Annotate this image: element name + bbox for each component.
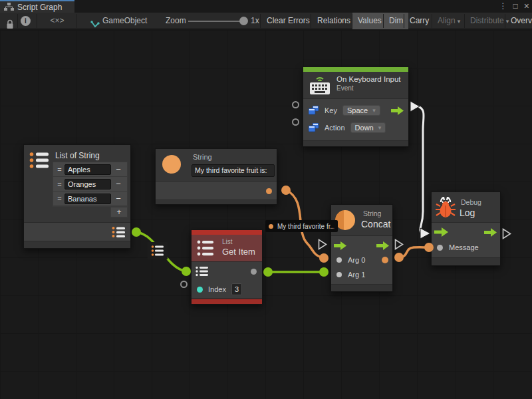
list-icon <box>197 239 214 257</box>
unconnected-port-action[interactable] <box>292 118 299 126</box>
zoom-slider-track[interactable] <box>188 21 245 22</box>
list-output-port[interactable] <box>112 226 125 238</box>
toolbar: i <×> GameObject Zoom 1x Clear Errors Re… <box>0 13 532 29</box>
chevron-down-icon: ▾ <box>458 18 461 25</box>
string-value-dot <box>269 224 273 229</box>
code-icon[interactable]: <×> <box>40 13 74 29</box>
node-title: List of String <box>55 151 100 160</box>
node-list-of-string[interactable]: List of String = Apples − = Oranges − = … <box>23 144 131 249</box>
zoom-label: Zoom <box>166 13 186 29</box>
value-preview-text: My third favorite fr... <box>277 223 334 230</box>
node-title: Log <box>460 207 475 218</box>
carry-button[interactable]: Carry <box>404 13 434 29</box>
graph-icon <box>4 3 14 11</box>
menu-icon[interactable]: ⋮ <box>499 0 507 13</box>
value-preview-tooltip: My third favorite fr... <box>265 220 338 232</box>
bug-icon <box>436 197 456 218</box>
info-icon[interactable]: i <box>21 16 31 26</box>
key-type-icon <box>309 106 319 115</box>
gameobject-label[interactable]: GameObject <box>102 13 147 29</box>
drag-handle[interactable]: = <box>55 195 65 203</box>
message-input-port[interactable] <box>437 245 443 251</box>
key-port-label: Key <box>325 106 337 114</box>
flow-output-port[interactable] <box>391 106 404 115</box>
list-item-input[interactable]: Bananas <box>65 194 111 204</box>
cable-list-type-badge <box>148 242 168 259</box>
zoom-value: 1x <box>251 13 259 29</box>
event-green-strip <box>303 67 408 72</box>
item-output-port[interactable] <box>251 269 257 275</box>
arg1-input-port[interactable] <box>336 272 342 277</box>
list-item-row: = Oranges − <box>53 177 127 192</box>
node-concat[interactable]: String Concat Arg 0 Arg 1 <box>331 204 393 292</box>
string-output-port[interactable] <box>266 188 272 194</box>
unconnected-flow-input[interactable] <box>318 239 327 250</box>
align-button[interactable]: Align▾ <box>432 13 466 29</box>
node-title: On Keyboard Input <box>336 75 401 83</box>
tab-script-graph[interactable]: Script Graph <box>0 0 74 13</box>
keyboard-icon <box>309 75 331 96</box>
node-string-literal[interactable]: String My third favorite fruit is: <box>155 148 277 205</box>
remove-item-button[interactable]: − <box>111 179 126 189</box>
string-value-input[interactable]: My third favorite fruit is: <box>192 164 275 177</box>
overview-button[interactable]: Overv <box>505 13 532 29</box>
node-debug-log[interactable]: Debug Log Message <box>431 192 501 266</box>
error-strip-top <box>192 230 262 235</box>
list-icon <box>29 152 49 170</box>
action-dropdown[interactable]: Down▾ <box>350 122 386 133</box>
maximize-icon[interactable]: □ <box>513 0 518 13</box>
action-port-label: Action <box>325 124 345 132</box>
node-subtitle: List <box>222 238 233 245</box>
arg1-label: Arg 1 <box>348 271 365 279</box>
arg0-label: Arg 0 <box>348 256 365 264</box>
flow-output-port[interactable] <box>376 241 390 250</box>
flow-output-port[interactable] <box>484 228 497 237</box>
unconnected-port-index[interactable] <box>180 281 188 288</box>
key-dropdown[interactable]: Space▾ <box>342 105 380 116</box>
list-item-row: = Apples − <box>53 162 127 177</box>
relations-button[interactable]: Relations <box>312 13 356 29</box>
index-value-input[interactable]: 3 <box>231 283 242 295</box>
graph-canvas[interactable]: On Keyboard Input Event Key Space▾ <box>0 30 532 399</box>
node-subtitle: String <box>363 209 381 217</box>
unconnected-port-key[interactable] <box>292 101 299 108</box>
flow-input-port[interactable] <box>334 241 347 250</box>
arg0-input-port[interactable] <box>336 257 342 263</box>
node-subtitle: Debug <box>461 198 481 206</box>
action-type-icon <box>309 123 319 132</box>
node-on-keyboard-input[interactable]: On Keyboard Input Event Key Space▾ <box>303 66 409 147</box>
drag-handle[interactable]: = <box>55 180 65 188</box>
node-title: String <box>193 153 212 161</box>
index-label: Index <box>208 285 226 293</box>
chevron-down-icon: ▾ <box>378 124 382 131</box>
string-type-icon <box>162 155 181 174</box>
unconnected-flow-output[interactable] <box>394 239 404 250</box>
values-button[interactable]: Values <box>352 13 387 29</box>
result-output-port[interactable] <box>382 257 388 263</box>
close-icon[interactable]: × <box>524 0 529 13</box>
tab-title: Script Graph <box>17 3 62 12</box>
zoom-slider-handle[interactable] <box>239 17 248 25</box>
list-item-input[interactable]: Apples <box>65 164 111 175</box>
remove-item-button[interactable]: − <box>111 194 126 203</box>
list-item-row: = Bananas − <box>53 192 127 206</box>
string-type-icon <box>335 210 355 230</box>
list-input-port[interactable] <box>196 266 209 277</box>
chevron-down-icon: ▾ <box>372 107 376 114</box>
clear-errors-button[interactable]: Clear Errors <box>261 13 315 29</box>
remove-item-button[interactable]: − <box>111 164 126 174</box>
unconnected-flow-output[interactable] <box>502 228 511 239</box>
node-get-item[interactable]: List Get Item Index 3 <box>191 229 263 305</box>
node-subtitle: Event <box>336 84 401 92</box>
tab-bar: Script Graph ⋮ □ × <box>0 0 532 13</box>
list-item-input[interactable]: Oranges <box>65 179 111 190</box>
node-title: Concat <box>361 219 390 229</box>
flow-input-port[interactable] <box>434 227 449 237</box>
message-label: Message <box>449 243 479 251</box>
node-title: Get Item <box>222 247 255 257</box>
list-icon <box>151 245 164 257</box>
index-input-port[interactable] <box>197 287 203 293</box>
list-editor: = Apples − = Oranges − = Bananas − <box>53 162 128 207</box>
add-item-button[interactable]: + <box>110 207 128 217</box>
drag-handle[interactable]: = <box>55 166 65 174</box>
